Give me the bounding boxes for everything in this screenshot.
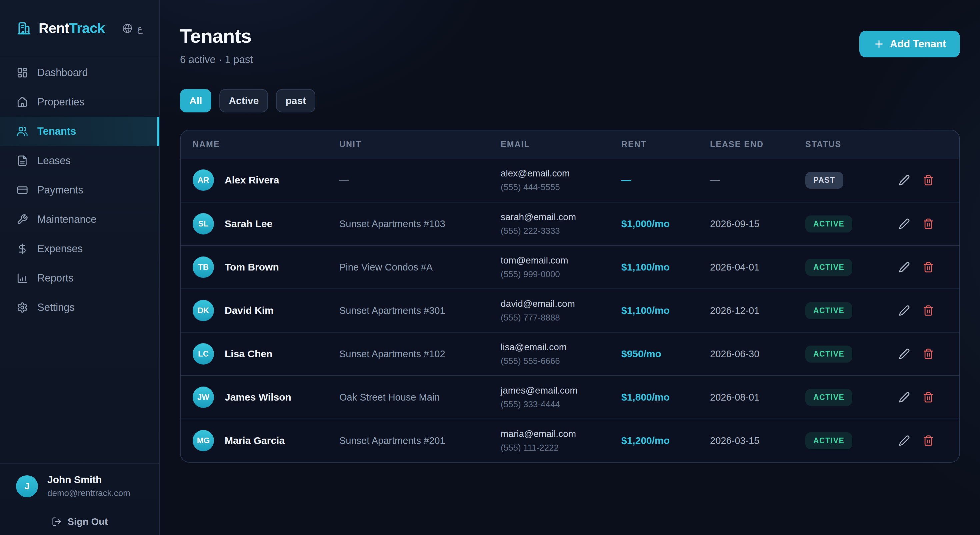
edit-button[interactable] — [899, 435, 910, 446]
status-badge: ACTIVE — [805, 432, 852, 449]
dashboard-icon — [17, 67, 28, 78]
sidebar-item-dashboard[interactable]: Dashboard — [0, 58, 159, 87]
sidebar-item-settings[interactable]: Settings — [0, 293, 159, 322]
delete-button[interactable] — [923, 435, 934, 446]
tenant-status-cell: PAST — [805, 172, 899, 189]
pencil-icon — [899, 399, 910, 404]
tenant-name-cell: ARAlex Rivera — [192, 169, 339, 191]
row-actions — [899, 391, 959, 403]
delete-button[interactable] — [923, 391, 934, 403]
log-out-icon — [52, 517, 62, 527]
tenant-rent: $1,000/mo — [621, 218, 710, 230]
edit-button[interactable] — [899, 262, 910, 273]
trash-icon — [923, 225, 934, 230]
column-header-name: NAME — [192, 139, 339, 149]
gear-icon — [17, 302, 28, 313]
sidebar-item-properties[interactable]: Properties — [0, 87, 159, 117]
tenant-rent: — — [621, 174, 710, 186]
sidebar-item-tenants[interactable]: Tenants — [0, 117, 159, 146]
user-name: John Smith — [47, 474, 130, 485]
tenant-avatar: DK — [192, 300, 214, 321]
tenant-email: maria@email.com — [501, 429, 621, 439]
tenant-status-cell: ACTIVE — [805, 432, 899, 449]
filter-chip-past[interactable]: past — [276, 89, 315, 112]
table-row: TBTom BrownPine View Condos #Atom@email.… — [181, 245, 959, 289]
status-badge: PAST — [805, 172, 843, 189]
delete-button[interactable] — [923, 348, 934, 359]
plus-icon — [873, 38, 885, 50]
sidebar-item-label: Dashboard — [37, 67, 88, 79]
sign-out-label: Sign Out — [68, 516, 108, 527]
trash-icon — [923, 356, 934, 361]
globe-icon[interactable] — [123, 23, 132, 34]
edit-button[interactable] — [899, 391, 910, 403]
tenant-name: Sarah Lee — [225, 218, 272, 230]
filter-chip-active[interactable]: Active — [220, 89, 268, 112]
row-actions — [899, 435, 959, 446]
sidebar-item-payments[interactable]: Payments — [0, 176, 159, 205]
delete-button[interactable] — [923, 305, 934, 316]
tenant-rent: $1,100/mo — [621, 305, 710, 316]
add-tenant-button[interactable]: Add Tenant — [859, 31, 960, 57]
edit-button[interactable] — [899, 348, 910, 359]
tenants-table: NAMEUNITEMAILRENTLEASE ENDSTATUS ARAlex … — [180, 130, 960, 463]
tenant-status-cell: ACTIVE — [805, 345, 899, 363]
filter-chip-all[interactable]: All — [180, 89, 212, 112]
language-toggle[interactable]: ع — [137, 23, 143, 34]
tenant-name-cell: MGMaria Garcia — [192, 430, 339, 451]
user-meta: John Smith demo@renttrack.com — [47, 474, 130, 498]
tenant-status-cell: ACTIVE — [805, 216, 899, 233]
delete-button[interactable] — [923, 174, 934, 186]
bar-chart-icon — [17, 273, 28, 284]
sidebar-item-label: Leases — [37, 155, 71, 167]
filter-group: AllActivepast — [180, 89, 960, 112]
tenant-name-cell: SLSarah Lee — [192, 213, 339, 235]
tenant-unit: Oak Street House Main — [339, 392, 501, 403]
table-row: ARAlex Rivera—alex@email.com(555) 444-55… — [181, 158, 959, 202]
tenant-unit: Sunset Apartments #103 — [339, 219, 501, 230]
tenant-unit: Sunset Apartments #201 — [339, 435, 501, 446]
delete-button[interactable] — [923, 218, 934, 230]
tenant-contact-cell: lisa@email.com(555) 555-6666 — [501, 342, 621, 366]
sidebar-item-maintenance[interactable]: Maintenance — [0, 205, 159, 234]
status-badge: ACTIVE — [805, 259, 852, 276]
tenant-name: David Kim — [225, 305, 274, 316]
logo: RentTrack ع — [0, 0, 159, 57]
tenant-phone: (555) 555-6666 — [501, 356, 621, 366]
sign-out-button[interactable]: Sign Out — [16, 512, 143, 532]
tenant-unit: — — [339, 175, 501, 186]
tenant-contact-cell: sarah@email.com(555) 222-3333 — [501, 212, 621, 236]
sidebar-item-label: Payments — [37, 184, 83, 196]
tenant-avatar: LC — [192, 343, 214, 364]
table-body: ARAlex Rivera—alex@email.com(555) 444-55… — [181, 158, 959, 462]
tenant-name-cell: JWJames Wilson — [192, 386, 339, 408]
tenant-avatar: JW — [192, 386, 214, 408]
sidebar-item-leases[interactable]: Leases — [0, 146, 159, 176]
tenant-rent: $1,100/mo — [621, 262, 710, 273]
edit-button[interactable] — [899, 305, 910, 316]
tenant-lease-end: 2026-03-15 — [710, 435, 805, 446]
tenant-contact-cell: james@email.com(555) 333-4444 — [501, 385, 621, 410]
sidebar-item-expenses[interactable]: Expenses — [0, 234, 159, 264]
main-content: Tenants 6 active · 1 past Add Tenant All… — [160, 0, 980, 535]
edit-button[interactable] — [899, 174, 910, 186]
row-actions — [899, 305, 959, 316]
page-header: Tenants 6 active · 1 past Add Tenant — [180, 25, 960, 66]
tenant-contact-cell: david@email.com(555) 777-8888 — [501, 299, 621, 323]
brand-name-primary: Rent — [39, 20, 69, 36]
tenant-email: alex@email.com — [501, 168, 621, 179]
building-logo-icon — [17, 21, 31, 36]
sidebar: RentTrack ع DashboardPropertiesTenantsLe… — [0, 0, 160, 535]
edit-button[interactable] — [899, 218, 910, 230]
sidebar-item-reports[interactable]: Reports — [0, 264, 159, 293]
tenant-avatar: SL — [192, 213, 214, 235]
tenant-lease-end: 2026-04-01 — [710, 262, 805, 273]
tenant-email: sarah@email.com — [501, 212, 621, 222]
delete-button[interactable] — [923, 262, 934, 273]
pencil-icon — [899, 312, 910, 317]
tenant-unit: Sunset Apartments #301 — [339, 305, 501, 316]
tenant-name-cell: TBTom Brown — [192, 257, 339, 278]
status-badge: ACTIVE — [805, 389, 852, 406]
brand-name-secondary: Track — [69, 20, 105, 36]
sidebar-item-label: Maintenance — [37, 214, 97, 225]
